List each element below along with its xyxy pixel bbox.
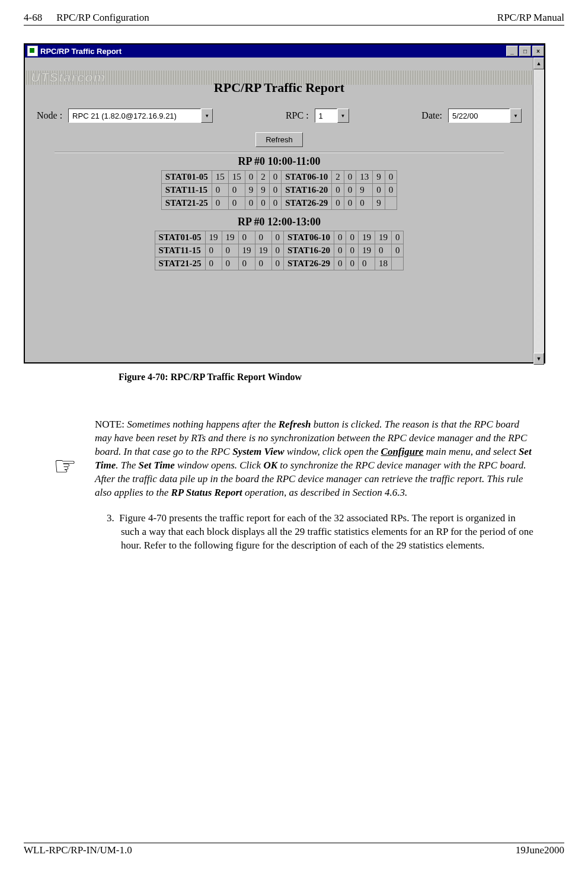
report-heading: RPC/RP Traffic Report bbox=[37, 80, 522, 95]
table-row: STAT01-051919000STAT06-100019190 bbox=[155, 231, 404, 244]
date-combo[interactable]: 5/22/00 ▼ bbox=[448, 109, 522, 123]
window-titlebar: RPC/RP Traffic Report _ □ × bbox=[25, 44, 544, 58]
chevron-down-icon[interactable]: ▼ bbox=[510, 109, 522, 123]
chevron-down-icon[interactable]: ▼ bbox=[337, 109, 349, 123]
doc-id: WLL-RPC/RP-IN/UM-1.0 bbox=[24, 844, 132, 856]
scroll-down-icon[interactable]: ▼ bbox=[533, 353, 544, 365]
page-header: 4-68 RPC/RP Configuration RPC/RP Manual bbox=[24, 12, 564, 25]
block-title: RP #0 10:00-11:00 bbox=[37, 155, 522, 168]
pointing-hand-icon: ☞ bbox=[53, 454, 76, 480]
node-value: RPC 21 (1.82.0@172.16.9.21) bbox=[68, 109, 201, 123]
note-paragraph: NOTE: Sometimes nothing happens after th… bbox=[95, 418, 535, 500]
page-number: 4-68 bbox=[24, 12, 42, 24]
chevron-down-icon[interactable]: ▼ bbox=[201, 109, 213, 123]
table-row: STAT11-1500990STAT16-2000900 bbox=[161, 184, 397, 197]
vertical-scrollbar[interactable]: ▲ ▼ bbox=[533, 58, 544, 362]
rpc-combo[interactable]: 1 ▼ bbox=[315, 109, 349, 123]
close-button[interactable]: × bbox=[532, 46, 544, 56]
filter-row: Node : RPC 21 (1.82.0@172.16.9.21) ▼ RPC… bbox=[37, 109, 522, 123]
refresh-button[interactable]: Refresh bbox=[255, 132, 303, 147]
node-label: Node : bbox=[37, 110, 62, 121]
date-label: Date: bbox=[421, 110, 442, 121]
scroll-up-icon[interactable]: ▲ bbox=[533, 58, 544, 69]
footer-date: 19June2000 bbox=[516, 844, 564, 856]
divider bbox=[55, 152, 504, 153]
rpc-label: RPC : bbox=[286, 110, 309, 121]
table-row: STAT01-051515020STAT06-10201390 bbox=[161, 171, 397, 184]
section-title: RPC/RP Configuration bbox=[56, 12, 149, 24]
traffic-report-window: RPC/RP Traffic Report _ □ × UTStarcom RP… bbox=[24, 43, 545, 364]
block-title: RP #0 12:00-13:00 bbox=[37, 216, 522, 228]
rpc-value: 1 bbox=[315, 109, 337, 123]
stat-table: STAT01-051515020STAT06-10201390STAT11-15… bbox=[161, 170, 397, 210]
stat-table: STAT01-051919000STAT06-100019190STAT11-1… bbox=[155, 231, 404, 270]
date-value: 5/22/00 bbox=[448, 109, 510, 123]
manual-title: RPC/RP Manual bbox=[497, 12, 564, 24]
app-icon bbox=[27, 46, 38, 56]
table-row: STAT21-2500000STAT26-290009 bbox=[161, 197, 397, 210]
maximize-button[interactable]: □ bbox=[519, 46, 531, 56]
table-row: STAT11-150019190STAT16-20001900 bbox=[155, 244, 404, 257]
minimize-button[interactable]: _ bbox=[506, 46, 518, 56]
table-row: STAT21-2500000STAT26-2900018 bbox=[155, 257, 404, 270]
figure-caption: Figure 4-70: RPC/RP Traffic Report Windo… bbox=[119, 372, 564, 382]
window-title: RPC/RP Traffic Report bbox=[40, 47, 122, 56]
step-3-paragraph: 3. Figure 4-70 presents the traffic repo… bbox=[107, 512, 535, 553]
page-footer: WLL-RPC/RP-IN/UM-1.0 19June2000 bbox=[24, 843, 564, 856]
node-combo[interactable]: RPC 21 (1.82.0@172.16.9.21) ▼ bbox=[68, 109, 213, 123]
